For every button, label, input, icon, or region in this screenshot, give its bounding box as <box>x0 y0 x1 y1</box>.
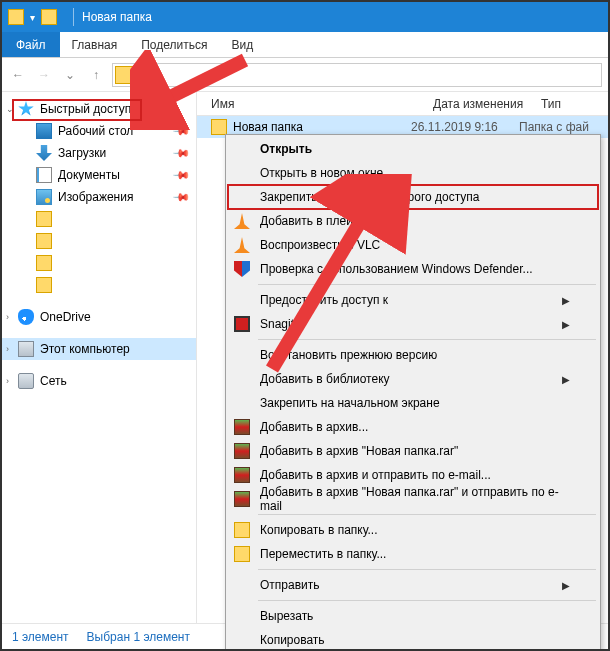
sidebar-onedrive[interactable]: › OneDrive <box>2 306 196 328</box>
sidebar-pictures[interactable]: Изображения 📌 <box>2 186 196 208</box>
tab-home[interactable]: Главная <box>60 32 130 57</box>
col-date[interactable]: Дата изменения <box>433 97 541 111</box>
ctx-send-to[interactable]: Отправить▶ <box>228 573 598 597</box>
ctx-copy-to-folder[interactable]: Копировать в папку... <box>228 518 598 542</box>
nav-forward-icon: → <box>34 65 54 85</box>
ctx-move-to-folder[interactable]: Переместить в папку... <box>228 542 598 566</box>
sidebar-quick-access[interactable]: ⌄ Быстрый доступ <box>2 98 196 120</box>
titlebar-separator <box>73 8 74 26</box>
ctx-restore-previous[interactable]: Восстановить прежнюю версию <box>228 343 598 367</box>
address-bar-row: ← → ⌄ ↑ ▸ <box>2 58 608 92</box>
submenu-arrow-icon: ▶ <box>562 295 570 306</box>
status-count: 1 элемент <box>12 630 69 644</box>
sidebar-downloads[interactable]: Загрузки 📌 <box>2 142 196 164</box>
winrar-icon <box>234 443 250 459</box>
winrar-icon <box>234 419 250 435</box>
folder-copy-icon <box>234 522 250 538</box>
snagit-icon <box>234 316 250 332</box>
tab-file[interactable]: Файл <box>2 32 60 57</box>
ctx-separator <box>258 339 596 340</box>
window-title: Новая папка <box>82 10 152 24</box>
ctx-rar-named-email[interactable]: Добавить в архив "Новая папка.rar" и отп… <box>228 487 598 511</box>
folder-icon <box>36 211 52 227</box>
folder-icon <box>36 233 52 249</box>
ctx-snagit[interactable]: Snagit▶ <box>228 312 598 336</box>
file-type: Папка с фай <box>519 120 608 134</box>
ctx-separator <box>258 600 596 601</box>
ctx-rar-email[interactable]: Добавить в архив и отправить по e-mail..… <box>228 463 598 487</box>
ctx-open-new-window[interactable]: Открыть в новом окне <box>228 161 598 185</box>
sidebar-desktop[interactable]: Рабочий стол 📌 <box>2 120 196 142</box>
ctx-copy[interactable]: Копировать <box>228 628 598 651</box>
ctx-cut[interactable]: Вырезать <box>228 604 598 628</box>
file-date: 26.11.2019 9:16 <box>411 120 519 134</box>
sidebar-recent-folder[interactable] <box>2 274 196 296</box>
ctx-pin-quick-access[interactable]: Закрепить на панели быстрого доступа <box>228 185 598 209</box>
sidebar-label: OneDrive <box>40 310 91 324</box>
ctx-add-library[interactable]: Добавить в библиотеку▶ <box>228 367 598 391</box>
ctx-separator <box>258 284 596 285</box>
qat-folder-icon[interactable] <box>41 9 57 25</box>
qat-chevron-icon[interactable]: ▾ <box>30 12 35 23</box>
documents-icon <box>36 167 52 183</box>
sidebar-recent-folder[interactable] <box>2 208 196 230</box>
context-menu: Открыть Открыть в новом окне Закрепить н… <box>225 134 601 651</box>
submenu-arrow-icon: ▶ <box>562 374 570 385</box>
col-type[interactable]: Тип <box>541 97 608 111</box>
winrar-icon <box>234 467 250 483</box>
pin-icon: 📌 <box>171 187 190 206</box>
downloads-icon <box>36 145 52 161</box>
submenu-arrow-icon: ▶ <box>562 580 570 591</box>
col-name[interactable]: Имя <box>211 97 433 111</box>
tab-share[interactable]: Поделиться <box>129 32 219 57</box>
submenu-arrow-icon: ▶ <box>562 319 570 330</box>
sidebar-this-pc[interactable]: › Этот компьютер <box>2 338 196 360</box>
sidebar-label: Документы <box>58 168 120 182</box>
sidebar-label: Сеть <box>40 374 67 388</box>
folder-icon <box>36 255 52 271</box>
onedrive-icon <box>18 309 34 325</box>
sidebar-documents[interactable]: Документы 📌 <box>2 164 196 186</box>
ctx-vlc-play[interactable]: Воспроизвести в VLC <box>228 233 598 257</box>
app-folder-icon <box>8 9 24 25</box>
ctx-rar-add-named[interactable]: Добавить в архив "Новая папка.rar" <box>228 439 598 463</box>
winrar-icon <box>234 491 250 507</box>
pictures-icon <box>36 189 52 205</box>
pin-icon: 📌 <box>171 143 190 162</box>
tab-view[interactable]: Вид <box>219 32 265 57</box>
pin-icon: 📌 <box>171 121 190 140</box>
nav-back-icon[interactable]: ← <box>8 65 28 85</box>
sidebar-recent-folder[interactable] <box>2 252 196 274</box>
ribbon-tabs: Файл Главная Поделиться Вид <box>2 32 608 58</box>
titlebar: ▾ Новая папка <box>2 2 608 32</box>
nav-up-icon[interactable]: ↑ <box>86 65 106 85</box>
pc-icon <box>18 341 34 357</box>
shield-icon <box>234 261 250 277</box>
pin-icon: 📌 <box>171 165 190 184</box>
ctx-defender-scan[interactable]: Проверка с использованием Windows Defend… <box>228 257 598 281</box>
breadcrumb[interactable]: ▸ <box>112 63 602 87</box>
folder-icon <box>211 119 227 135</box>
column-headers[interactable]: Имя Дата изменения Тип <box>197 92 608 116</box>
breadcrumb-folder-icon <box>115 66 133 84</box>
nav-recent-icon[interactable]: ⌄ <box>60 65 80 85</box>
navigation-pane: ⌄ Быстрый доступ Рабочий стол 📌 Загрузки… <box>2 92 197 623</box>
ctx-separator <box>258 514 596 515</box>
sidebar-label: Изображения <box>58 190 133 204</box>
ctx-rar-add[interactable]: Добавить в архив... <box>228 415 598 439</box>
ctx-vlc-add-playlist[interactable]: Добавить в плейлист VLC <box>228 209 598 233</box>
chevron-right-icon[interactable]: ▸ <box>141 70 146 80</box>
network-icon <box>18 373 34 389</box>
folder-move-icon <box>234 546 250 562</box>
sidebar-label: Быстрый доступ <box>40 102 131 116</box>
desktop-icon <box>36 123 52 139</box>
sidebar-label: Этот компьютер <box>40 342 130 356</box>
sidebar-label: Загрузки <box>58 146 106 160</box>
sidebar-recent-folder[interactable] <box>2 230 196 252</box>
sidebar-network[interactable]: › Сеть <box>2 370 196 392</box>
ctx-open[interactable]: Открыть <box>228 137 598 161</box>
ctx-pin-start[interactable]: Закрепить на начальном экране <box>228 391 598 415</box>
ctx-grant-access[interactable]: Предоставить доступ к▶ <box>228 288 598 312</box>
folder-icon <box>36 277 52 293</box>
vlc-icon <box>234 213 250 229</box>
